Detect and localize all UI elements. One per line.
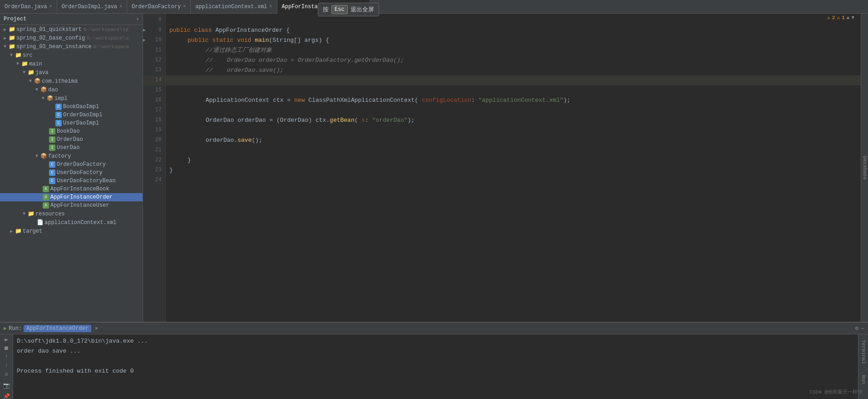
run-label-side[interactable]: Run bbox=[860, 371, 867, 388]
console-exit-text: Process finished with exit code 0 bbox=[17, 368, 133, 374]
terminal-label[interactable]: Terminal bbox=[860, 336, 867, 368]
sidebar-item-main[interactable]: ▼ 📁 main bbox=[0, 60, 143, 68]
sidebar-item-userdaoimpl[interactable]: ▶ C UserDaoImpl bbox=[0, 119, 143, 127]
console-line-1: D:\soft\jdk1.8.0_172\bin\java.exe ... bbox=[17, 336, 854, 346]
tab-orderdaofactory[interactable]: OrderDaoFactory × bbox=[127, 0, 191, 14]
run-icon-10[interactable]: ▶ bbox=[143, 37, 146, 44]
sidebar-label-dao: dao bbox=[48, 87, 58, 93]
scroll-up-button[interactable]: ↑ bbox=[2, 354, 11, 360]
package-icon-impl: 📦 bbox=[46, 95, 54, 102]
sidebar-label-orderdaofactory: OrderDaoFactory bbox=[57, 161, 106, 168]
fn-getbean-18: getBean bbox=[330, 116, 355, 125]
warning-nav-up[interactable]: ▲ bbox=[847, 15, 850, 20]
sidebar-item-orderdaofactory[interactable]: ▶ C OrderDaoFactory bbox=[0, 160, 143, 169]
sidebar-item-orderdaoimpl[interactable]: ▶ C OrderDaoImpl bbox=[0, 111, 143, 119]
run-class-name[interactable]: AppForInstanceOrder bbox=[24, 325, 91, 332]
linenum-18: 18 bbox=[143, 115, 165, 125]
class-icon-bookdaoimpl: C bbox=[55, 104, 62, 110]
sidebar-item-src[interactable]: ▼ 📁 src bbox=[0, 51, 143, 60]
warning-nav-down[interactable]: ▼ bbox=[851, 15, 854, 20]
sidebar-item-bookdaoimpl[interactable]: ▶ C BookDaoImpl bbox=[0, 103, 143, 111]
class-classpathxml-16: ClassPathXmlApplicationContext bbox=[308, 96, 414, 105]
sidebar-item-resources[interactable]: ▼ 📁 resources bbox=[0, 209, 143, 218]
linenum-14: 14 bbox=[143, 75, 165, 85]
code-line-24 bbox=[166, 175, 861, 185]
sidebar-label-src: src bbox=[23, 52, 33, 59]
tab-orderdao-close[interactable]: × bbox=[49, 4, 52, 9]
sidebar-item-spring02[interactable]: ▶ 📁 spring_02_base_config D:\workspace\s bbox=[0, 34, 143, 42]
sidebar-item-target[interactable]: ▶ 📁 target bbox=[0, 227, 143, 235]
bracket-10: [] bbox=[294, 36, 304, 45]
code-editor[interactable]: public class AppForInstanceOrder { publi… bbox=[166, 14, 861, 322]
tab-appcontext-close[interactable]: × bbox=[270, 4, 272, 9]
sidebar-item-orderdao[interactable]: ▶ I OrderDao bbox=[0, 135, 143, 144]
code-line-20: orderDao.save(); bbox=[166, 135, 861, 145]
linenum-22: 22 bbox=[143, 155, 165, 165]
sidebar-item-userdaofactory[interactable]: ▶ C UserDaoFactory bbox=[0, 169, 143, 177]
sidebar-item-userdaofactorybean[interactable]: ▶ C UserDaoFactoryBean bbox=[0, 177, 143, 185]
paren-cast-open-18: ( bbox=[276, 116, 280, 125]
linenum-20: 20 bbox=[143, 135, 165, 145]
stop-button[interactable]: ⏹ bbox=[2, 345, 11, 352]
path-spring02: D:\workspace\s bbox=[87, 35, 128, 41]
class-icon-appforinstanceorder: A bbox=[43, 194, 49, 200]
sidebar-label-userdaofactorybean: UserDaoFactoryBean bbox=[57, 178, 116, 184]
var-orderdao-20: orderDao bbox=[206, 136, 234, 145]
var-ctx-16: ctx bbox=[273, 96, 287, 105]
arrow-target: ▶ bbox=[8, 229, 15, 234]
arrow-comitheima: ▼ bbox=[27, 79, 34, 84]
esc-key[interactable]: Esc bbox=[331, 5, 348, 14]
folder-icon-src: 📁 bbox=[15, 52, 22, 59]
warning-icon: ⚠ bbox=[827, 15, 830, 20]
arrow-main: ▼ bbox=[15, 61, 21, 66]
pin-button[interactable]: 📌 bbox=[2, 392, 11, 399]
tab-orderdaoimpl[interactable]: OrderDaoImpl.java × bbox=[57, 0, 127, 14]
sidebar-item-applicationcontext[interactable]: ▶ 📄 applicationContext.xml bbox=[0, 218, 143, 227]
code-line-11: //通过静态工厂创建对象 bbox=[166, 45, 861, 55]
sidebar-item-appforinstanceuser[interactable]: ▶ A AppForInstanceUser bbox=[0, 201, 143, 209]
close-bottom-icon[interactable]: — bbox=[861, 325, 864, 332]
tab-orderdao[interactable]: OrderDao.java × bbox=[0, 0, 57, 14]
sidebar-item-dao[interactable]: ▼ 📦 dao bbox=[0, 85, 143, 94]
comment-12: // OrderDao orderDao = OrderDaoFactory.g… bbox=[206, 56, 404, 65]
sidebar-item-appforinstancebook[interactable]: ▶ A AppForInstanceBook bbox=[0, 185, 143, 193]
sidebar-item-userdao[interactable]: ▶ I UserDao bbox=[0, 144, 143, 152]
folder-icon-resources: 📁 bbox=[27, 210, 35, 217]
tab-orderdaofactory-close[interactable]: × bbox=[183, 4, 186, 9]
sidebar: Project ▾ ▶ 📁 spring_01_quickstart D:\wo… bbox=[0, 14, 143, 322]
sidebar-label-comitheima: com.itheima bbox=[42, 78, 78, 85]
sidebar-item-comitheima[interactable]: ▼ 📦 com.itheima bbox=[0, 77, 143, 85]
package-icon-comitheima: 📦 bbox=[34, 78, 41, 85]
run-icon-9[interactable]: ▶ bbox=[143, 27, 146, 34]
arrow-java: ▼ bbox=[21, 70, 27, 75]
tab-appcontext[interactable]: applicationContext.xml × bbox=[191, 0, 277, 14]
rerun-button[interactable]: ▶ bbox=[2, 336, 11, 343]
folder-icon-java: 📁 bbox=[27, 69, 35, 76]
sidebar-item-spring03[interactable]: ▼ 📁 spring_03_bean_instance D:\workspace bbox=[0, 42, 143, 51]
sidebar-item-spring01[interactable]: ▶ 📁 spring_01_quickstart D:\workspace\sp bbox=[0, 25, 143, 34]
camera-button[interactable]: 📷 bbox=[2, 381, 11, 390]
path-spring01: D:\workspace\sp bbox=[84, 27, 128, 32]
bottom-toolbar: ▶ ⏹ ↑ ↓ ≡ 📷 📌 bbox=[0, 334, 13, 399]
code-line-10: public static void main(String[] args) { bbox=[166, 35, 861, 45]
tab-orderdaoimpl-close[interactable]: × bbox=[119, 4, 122, 9]
class-icon-appforinstanceuser: A bbox=[43, 202, 49, 209]
database-panel-label[interactable]: Database bbox=[861, 152, 868, 184]
sidebar-item-java[interactable]: ▼ 📁 java bbox=[0, 68, 143, 77]
sidebar-item-impl[interactable]: ▼ 📦 impl bbox=[0, 94, 143, 103]
fn-main-10: main bbox=[255, 36, 269, 45]
sidebar-item-appforinstanceorder[interactable]: ▶ A AppForInstanceOrder bbox=[0, 193, 143, 201]
paren-open-16: ( bbox=[414, 96, 422, 105]
settings-icon[interactable]: ⚙ bbox=[855, 325, 858, 332]
sidebar-item-factory[interactable]: ▼ 📦 factory bbox=[0, 152, 143, 160]
param-args-10: args bbox=[304, 36, 318, 45]
sidebar-label-orderdaoimpl: OrderDaoImpl bbox=[63, 112, 102, 118]
run-tab-label[interactable]: ▶ Run: AppForInstanceOrder × bbox=[4, 325, 98, 332]
bottom-extra-icons: ≡ 📷 📌 bbox=[2, 370, 11, 399]
sidebar-item-bookdao[interactable]: ▶ I BookDao bbox=[0, 127, 143, 135]
console-output-text: order dao save ... bbox=[17, 348, 80, 354]
fold-button[interactable]: ≡ bbox=[2, 370, 11, 379]
sidebar-label-appforinstanceuser: AppForInstanceUser bbox=[50, 202, 109, 209]
run-close[interactable]: × bbox=[95, 326, 98, 331]
scroll-down-button[interactable]: ↓ bbox=[2, 362, 11, 368]
